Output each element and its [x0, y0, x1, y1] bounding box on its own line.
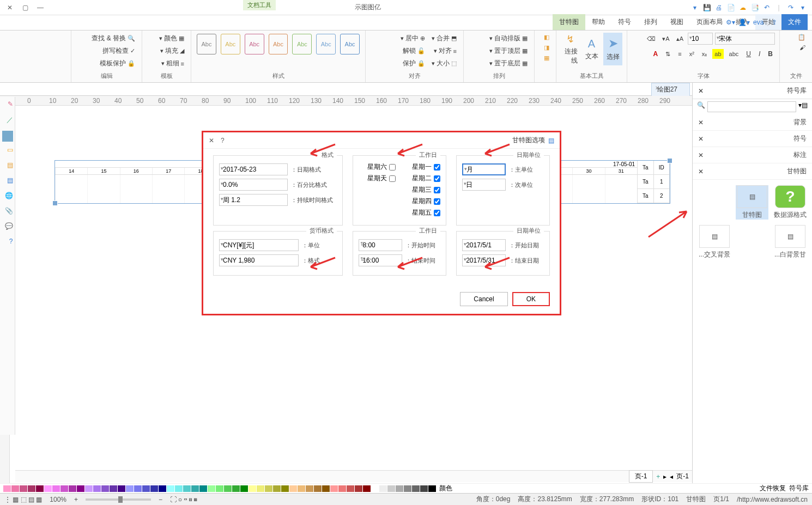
fmt-pct-input[interactable]: 0.0%▾ — [219, 179, 288, 191]
help-dropdown[interactable]: ▾ — [690, 3, 700, 13]
find-replace[interactable]: 🔍 查找 & 替换 — [89, 33, 137, 44]
spellcheck[interactable]: ✓ 拼写检查 — [89, 45, 137, 57]
bring-front[interactable]: ▦ 置于顶层 ▾ — [487, 45, 530, 57]
start-date-input[interactable]: 2017/5/1▾ — [462, 239, 506, 251]
save-icon[interactable]: 💾 — [702, 3, 712, 13]
window-close[interactable]: ✕ — [4, 3, 15, 13]
status-extra-icons[interactable]: ▦ ▤ ⬚ ▦ ⋮ — [4, 496, 42, 503]
thumb-alt[interactable]: ▤交叉背景... — [698, 225, 731, 259]
fontcolor-icon[interactable]: A — [651, 49, 660, 59]
sp-search-input[interactable] — [707, 101, 796, 112]
colorbar-recover[interactable]: 文件恢复 — [760, 484, 786, 493]
style-6[interactable]: Abc — [221, 34, 240, 54]
sp-search-icon[interactable]: 🔍 — [697, 101, 705, 112]
sp-menu-icon[interactable]: ▤▾ — [798, 101, 808, 112]
sp-item-bg[interactable]: 背景✕ — [693, 114, 812, 131]
dlg-close-icon[interactable]: ✕ — [209, 137, 214, 144]
thumb-datasource[interactable]: ?数据源格式 — [774, 185, 807, 220]
cur-unit-input[interactable]: CNY[¥][元]▾ — [219, 239, 299, 251]
sp-item-anno[interactable]: 标注✕ — [693, 147, 812, 163]
tmpl-color[interactable]: ▦ 颜色 ▾ — [157, 33, 186, 44]
lt-line-icon[interactable]: ／ — [2, 115, 13, 126]
tab-help[interactable]: 帮助 — [585, 14, 611, 30]
lt-clip-icon[interactable]: 📎 — [2, 207, 13, 218]
style-3[interactable]: Abc — [292, 34, 312, 54]
new-icon[interactable]: 📑 — [750, 3, 760, 13]
arr-3-icon[interactable]: ▦ — [542, 53, 552, 63]
chk-sat[interactable]: 星期六 — [367, 162, 396, 172]
window-minimize[interactable]: — — [35, 3, 46, 13]
lt-chat-icon[interactable]: 💬 — [2, 222, 13, 233]
arr-2-icon[interactable]: ◨ — [542, 43, 552, 52]
sub-icon[interactable]: x₂ — [700, 49, 710, 59]
zoom-slider[interactable] — [86, 498, 151, 501]
center-btn[interactable]: ⊕ 居中 ▾ — [398, 33, 427, 44]
tab-symbol[interactable]: 符号 — [611, 14, 638, 30]
style-1[interactable]: Abc — [340, 34, 360, 54]
cur-fmt-input[interactable]: CNY 1,980▾ — [219, 254, 299, 266]
chk-fri[interactable]: 星期五 — [412, 208, 440, 217]
lt-help-icon[interactable]: ? — [2, 238, 13, 248]
doc-tab-close-icon[interactable]: ✕ — [655, 85, 659, 91]
fmt-date-input[interactable]: 2017-05-23▾ — [219, 163, 288, 175]
print-icon[interactable]: 🖨 — [714, 3, 724, 13]
chk-tue[interactable]: 星期二 — [412, 174, 440, 183]
style-2[interactable]: Abc — [316, 34, 336, 54]
sup-icon[interactable]: x² — [687, 49, 696, 59]
view-mode-icons[interactable]: ▦ ▤ ▭ ▢ ⛶ — [170, 496, 197, 503]
font-shrink-icon[interactable]: A▾ — [660, 33, 671, 45]
qb-user-icon[interactable]: 👤▾ — [738, 19, 750, 26]
doc-tab[interactable]: 绘图27✕ — [651, 83, 690, 96]
font-name[interactable]: 宋体▾ — [715, 33, 775, 45]
lt-doc-icon[interactable]: ▤ — [2, 161, 13, 172]
font-grow-icon[interactable]: A▴ — [674, 33, 686, 45]
style-5[interactable]: Abc — [245, 34, 264, 54]
font-clear-icon[interactable]: ⌫ — [645, 33, 658, 45]
qb-share-icon[interactable]: ⇪ — [772, 19, 777, 26]
ok-button[interactable]: OK — [512, 292, 550, 306]
merge-btn[interactable]: ⬒ 合并 ▾ — [429, 33, 459, 44]
tmpl-fill[interactable]: ◢ 填充 ▾ — [157, 45, 186, 57]
chk-sun[interactable]: 星期天 — [367, 174, 396, 183]
minor-unit-input[interactable]: 日▾ — [462, 179, 506, 191]
major-unit-input[interactable]: 月▾ — [462, 163, 506, 175]
tab-view[interactable]: 视图 — [664, 14, 690, 30]
tmpl-weight[interactable]: ≡ 粗细 ▾ — [157, 58, 186, 69]
paste-icon[interactable]: 📋 — [796, 33, 808, 42]
colorbar-lib[interactable]: 符号库 — [789, 484, 809, 493]
highlight-icon[interactable]: ab — [712, 49, 723, 59]
tool-select[interactable]: ➤选择 — [603, 33, 622, 65]
unlock-btn[interactable]: 🔓 解锁 — [398, 45, 427, 57]
fmt-dur-input[interactable]: 1.2 周▾ — [219, 194, 288, 206]
dlg-help-icon[interactable]: ? — [221, 137, 225, 144]
linespace-icon[interactable]: ⇅ — [663, 49, 672, 59]
cancel-button[interactable]: Cancel — [460, 292, 507, 306]
brush-icon[interactable]: 🖌 — [796, 43, 808, 52]
underline-icon[interactable]: U — [744, 49, 753, 59]
tab-arrange[interactable]: 排列 — [638, 14, 664, 30]
redo-icon[interactable]: ↷ — [786, 3, 796, 13]
strike-icon[interactable]: abc — [727, 49, 741, 59]
thumb-blank[interactable]: ▤白背景甘... — [774, 225, 807, 259]
cloud-icon[interactable]: ☁ — [738, 3, 748, 13]
color-swatches[interactable] — [3, 485, 436, 492]
page-next-icon[interactable]: ▸ — [663, 473, 666, 480]
page-prev-icon[interactable]: ◂ — [670, 473, 673, 480]
zoom-out-icon[interactable]: − — [159, 496, 162, 503]
chk-mon[interactable]: 星期一 — [412, 162, 440, 172]
tmpl-protect[interactable]: 🔒 模板保护 — [89, 58, 137, 69]
start-time-input[interactable]: 8:00⇅ — [359, 239, 402, 251]
lt-rect-icon[interactable] — [2, 131, 13, 142]
style-7[interactable]: Abc — [197, 34, 216, 54]
tab-gantt[interactable]: 甘特图 — [553, 14, 585, 30]
more-icon[interactable]: ▾ — [798, 3, 808, 13]
lt-globe-icon[interactable]: 🌐 — [2, 192, 13, 203]
sidepanel-close-icon[interactable]: ✕ — [698, 87, 704, 95]
undo-icon[interactable]: ↶ — [762, 3, 772, 13]
tool-text[interactable]: A文本 — [582, 33, 601, 65]
italic-icon[interactable]: I — [756, 49, 762, 59]
auto-layout[interactable]: ▦ 自动排版 ▾ — [487, 33, 530, 44]
bold-icon[interactable]: B — [766, 49, 775, 59]
lt-pen-icon[interactable]: ✎ — [2, 100, 13, 111]
qb-gear-icon[interactable]: ⚙▾ — [726, 19, 735, 26]
